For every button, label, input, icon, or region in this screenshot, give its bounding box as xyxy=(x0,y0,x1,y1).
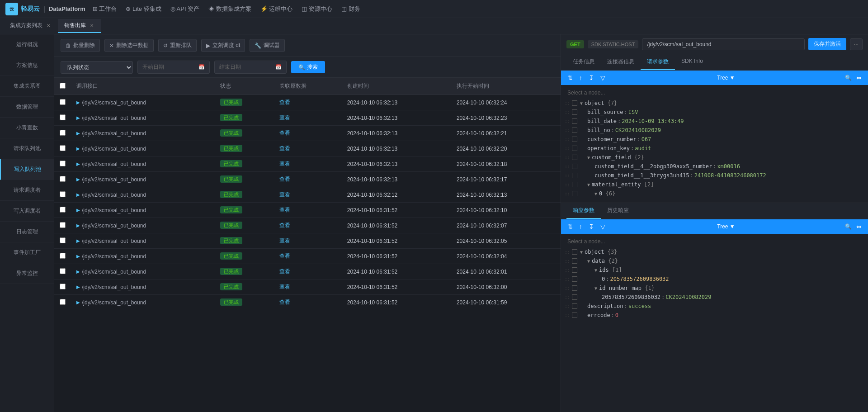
ref-link[interactable]: 查看 xyxy=(279,237,290,244)
tree-row-customer-number[interactable]: :: customer_number : 067 xyxy=(561,135,868,144)
tree-row-bill-source[interactable]: :: bill_source : ISV xyxy=(561,108,868,117)
search-button[interactable]: 🔍 搜索 xyxy=(291,61,325,73)
row-checkbox[interactable] xyxy=(60,161,66,166)
resp-tree-filter-icon[interactable]: ▽ xyxy=(599,222,607,231)
row-ref[interactable]: 查看 xyxy=(274,279,342,295)
tab-connector-info[interactable]: 连接器信息 xyxy=(601,54,641,70)
tab-sales-outbound[interactable]: 销售出库 ✕ xyxy=(58,19,101,33)
resp-tree-expand-collapse-icon[interactable]: ⇔ xyxy=(854,222,863,231)
sidebar-item-request-queue[interactable]: 请求队列池 xyxy=(0,138,54,159)
nav-data-integration[interactable]: ◈ 数据集成方案 xyxy=(208,5,251,13)
row-checkbox[interactable] xyxy=(60,145,66,151)
schedule-button[interactable]: ▶ 立刻调度 dt xyxy=(201,39,245,52)
status-filter[interactable]: 队列状态 已完成 xyxy=(61,61,133,74)
row-ref[interactable]: 查看 xyxy=(274,264,342,279)
end-date-filter[interactable]: 结束日期 📅 xyxy=(214,61,287,74)
nav-workbench[interactable]: ⊞ 工作台 xyxy=(93,5,117,13)
row-checkbox[interactable] xyxy=(60,176,66,182)
ref-link[interactable]: 查看 xyxy=(279,222,290,228)
tree-node-checkbox[interactable] xyxy=(572,100,577,106)
tree-expand-collapse-icon[interactable]: ⇔ xyxy=(854,73,863,82)
row-checkbox[interactable] xyxy=(60,253,66,259)
row-ref[interactable]: 查看 xyxy=(274,156,342,172)
ref-link[interactable]: 查看 xyxy=(279,268,290,275)
ref-link[interactable]: 查看 xyxy=(279,299,290,305)
tree-row-bill-date[interactable]: :: bill_date : 2024-10-09 13:43:49 xyxy=(561,117,868,126)
ref-link[interactable]: 查看 xyxy=(279,99,290,105)
tree-row-custom-field[interactable]: :: ▼ custom_field {2} xyxy=(561,153,868,162)
resp-tree-row-object[interactable]: :: ▼ object {3} xyxy=(561,247,868,256)
row-checkbox[interactable] xyxy=(60,130,66,136)
debugger-button[interactable]: 🔧 调试器 xyxy=(250,39,285,52)
ref-link[interactable]: 查看 xyxy=(279,176,290,182)
row-ref[interactable]: 查看 xyxy=(274,110,342,126)
start-date-filter[interactable]: 开始日期 📅 xyxy=(137,61,210,74)
row-ref[interactable]: 查看 xyxy=(274,249,342,264)
tree-sort-icon[interactable]: ↧ xyxy=(587,73,596,82)
row-checkbox[interactable] xyxy=(60,191,66,197)
tab-sales-outbound-close[interactable]: ✕ xyxy=(89,23,95,29)
row-checkbox[interactable] xyxy=(60,268,66,274)
sidebar-item-log-mgmt[interactable]: 日志管理 xyxy=(0,222,54,242)
resp-tree-row-ids-0[interactable]: :: 0 : 205783572609836032 xyxy=(561,275,868,284)
delete-selected-button[interactable]: ✕ 删除选中数据 xyxy=(104,39,154,52)
ref-link[interactable]: 查看 xyxy=(279,284,290,290)
row-ref[interactable]: 查看 xyxy=(274,95,342,110)
tab-response-params[interactable]: 响应参数 xyxy=(566,203,601,219)
sidebar-item-write-scheduler[interactable]: 写入调度者 xyxy=(0,201,54,222)
sidebar-item-request-scheduler[interactable]: 请求调度者 xyxy=(0,180,54,201)
tree-row-custom-field-4[interactable]: :: custom_field__4__2obgp309axx5_number … xyxy=(561,162,868,171)
row-checkbox[interactable] xyxy=(60,207,66,213)
nav-resource[interactable]: ◫ 资源中心 xyxy=(302,5,332,13)
sidebar-item-overview[interactable]: 运行概况 xyxy=(0,34,54,55)
sidebar-item-query[interactable]: 小青查数 xyxy=(0,118,54,138)
nav-ops[interactable]: ⚡ 运维中心 xyxy=(260,5,293,13)
row-checkbox[interactable] xyxy=(60,237,66,243)
ref-link[interactable]: 查看 xyxy=(279,253,290,259)
tree-filter-icon[interactable]: ▽ xyxy=(599,73,607,82)
sidebar-item-write-queue[interactable]: 写入队列池 xyxy=(0,159,54,180)
sidebar-item-data-mgmt[interactable]: 数据管理 xyxy=(0,97,54,118)
tree-collapse-all-icon[interactable]: ⇅ xyxy=(566,73,575,82)
sidebar-item-anomaly[interactable]: 异常监控 xyxy=(0,263,54,284)
path-input[interactable] xyxy=(642,38,805,50)
tree-row-material-entity[interactable]: :: ▼ material_entity [2] xyxy=(561,180,868,189)
more-button[interactable]: ··· xyxy=(850,38,863,50)
sidebar-item-integration-map[interactable]: 集成关系图 xyxy=(0,76,54,97)
ref-link[interactable]: 查看 xyxy=(279,191,290,198)
tab-task-info[interactable]: 任务信息 xyxy=(566,54,601,70)
expand-arrow[interactable]: ▼ xyxy=(580,101,583,106)
resp-tree-row-errcode[interactable]: :: errcode : 0 xyxy=(561,311,868,320)
tab-request-params[interactable]: 请求参数 xyxy=(641,54,675,70)
row-checkbox[interactable] xyxy=(60,284,66,289)
ref-link[interactable]: 查看 xyxy=(279,145,290,152)
sidebar-item-event-factory[interactable]: 事件加工厂 xyxy=(0,242,54,263)
resp-tree-row-ids[interactable]: :: ▼ ids [1] xyxy=(561,265,868,275)
resp-tree-row-data[interactable]: :: ▼ data {2} xyxy=(561,256,868,265)
resp-tree-collapse-icon[interactable]: ⇅ xyxy=(566,222,575,231)
row-ref[interactable]: 查看 xyxy=(274,126,342,141)
requeue-button[interactable]: ↺ 重新排队 xyxy=(158,39,197,52)
ref-link[interactable]: 查看 xyxy=(279,114,290,121)
row-ref[interactable]: 查看 xyxy=(274,141,342,156)
tree-row-bill-no[interactable]: :: bill_no : CK202410082029 xyxy=(561,126,868,135)
resp-tree-row-id-map-val[interactable]: :: 205783572609836032 : CK202410082029 xyxy=(561,293,868,302)
row-ref[interactable]: 查看 xyxy=(274,187,342,203)
nav-lite[interactable]: ⊕ Lite 轻集成 xyxy=(126,5,161,13)
tree-row-operation-key[interactable]: :: operation_key : audit xyxy=(561,144,868,153)
tree-row-object[interactable]: :: ▼ object {7} xyxy=(561,99,868,108)
row-ref[interactable]: 查看 xyxy=(274,233,342,249)
nav-api[interactable]: ◎ API 资产 xyxy=(170,5,199,13)
tab-sdk-info[interactable]: SDK Info xyxy=(675,54,709,70)
row-ref[interactable]: 查看 xyxy=(274,218,342,233)
nav-finance[interactable]: ◫ 财务 xyxy=(341,5,360,13)
tab-integration-list[interactable]: 集成方案列表 ✕ xyxy=(4,19,58,33)
row-checkbox[interactable] xyxy=(60,222,66,228)
select-all-checkbox[interactable] xyxy=(60,83,66,89)
row-ref[interactable]: 查看 xyxy=(274,172,342,187)
save-activate-button[interactable]: 保存并激活 xyxy=(808,38,846,50)
resp-tree-expand-icon[interactable]: ↑ xyxy=(577,222,584,231)
tree-row-custom-field-1[interactable]: :: custom_field__1__3trygs3uh415 : 24100… xyxy=(561,171,868,180)
ref-link[interactable]: 查看 xyxy=(279,130,290,136)
resp-tree-search-icon[interactable]: 🔍 xyxy=(845,223,852,230)
